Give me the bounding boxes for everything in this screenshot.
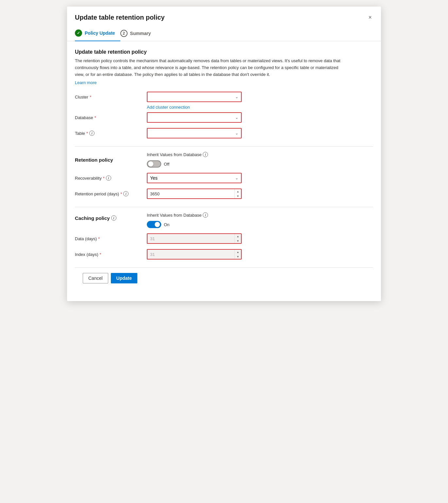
database-label: Database * — [75, 115, 147, 120]
retention-toggle-state: Off — [164, 162, 169, 167]
caching-toggle-thumb — [155, 222, 160, 227]
index-days-row: Index (days) * 31 ▲ ▼ — [75, 249, 373, 260]
index-days-spinners: ▲ ▼ — [234, 250, 241, 259]
retention-policy-controls: Inherit Values from Database i Off — [147, 152, 211, 168]
index-days-required: * — [100, 252, 101, 257]
table-chevron-icon: ⌄ — [235, 131, 238, 135]
cancel-button[interactable]: Cancel — [83, 273, 108, 283]
retention-period-info-icon: i — [123, 191, 129, 196]
data-days-row: Data (days) * 31 ▲ ▼ — [75, 233, 373, 244]
learn-more-link[interactable]: Learn more — [75, 80, 96, 85]
table-required: * — [86, 131, 88, 136]
data-days-spinners: ▲ ▼ — [234, 234, 241, 243]
recoverability-chevron-icon: ⌄ — [235, 176, 238, 180]
recoverability-dropdown[interactable]: Yes ⌄ — [147, 173, 242, 183]
wizard-steps: ✓ Policy Update 2 Summary — [67, 26, 381, 41]
caching-policy-section: Caching policy i Inherit Values from Dat… — [75, 212, 373, 228]
cluster-chevron-icon: ⌄ — [235, 95, 238, 99]
retention-inherit-label: Inherit Values from Database i — [147, 152, 208, 157]
data-days-input[interactable]: 31 ▲ ▼ — [147, 233, 242, 244]
step-2-circle: 2 — [120, 30, 128, 37]
cluster-row: Cluster * ⌄ — [75, 92, 373, 102]
cluster-dropdown[interactable]: ⌄ — [147, 92, 242, 102]
database-row: Database * ⌄ — [75, 112, 373, 123]
caching-inherit-row: Inherit Values from Database i — [147, 212, 211, 218]
cluster-label: Cluster * — [75, 95, 147, 99]
data-days-label: Data (days) * — [75, 236, 147, 241]
caching-policy-controls: Inherit Values from Database i On — [147, 212, 211, 228]
retention-period-up[interactable]: ▲ — [235, 189, 241, 194]
index-days-down[interactable]: ▼ — [235, 254, 241, 259]
step-1-check: ✓ — [77, 31, 80, 35]
index-days-up[interactable]: ▲ — [235, 250, 241, 254]
step-policy-update[interactable]: ✓ Policy Update — [75, 26, 120, 41]
data-days-required: * — [98, 236, 100, 241]
recoverability-value: Yes — [150, 175, 158, 181]
database-required: * — [95, 115, 96, 120]
form-section-title: Update table retention policy — [75, 49, 373, 55]
step-2-label: Summary — [130, 31, 151, 36]
retention-toggle-row: Off — [147, 160, 211, 168]
database-chevron-icon: ⌄ — [235, 115, 238, 120]
retention-policy-section: Retention policy Inherit Values from Dat… — [75, 152, 373, 168]
retention-period-field[interactable]: 3650 — [147, 191, 234, 196]
table-label: Table * i — [75, 131, 147, 136]
caching-policy-label: Caching policy i — [75, 215, 147, 225]
retention-inherit-row: Inherit Values from Database i — [147, 152, 211, 157]
retention-period-label: Retention period (days) * i — [75, 191, 147, 196]
close-button[interactable]: × — [367, 13, 373, 22]
recoverability-required: * — [103, 176, 105, 181]
table-row: Table * i ⌄ — [75, 128, 373, 138]
dialog-footer: Cancel Update — [75, 267, 373, 289]
caching-inherit-label: Inherit Values from Database i — [147, 212, 208, 218]
data-days-up[interactable]: ▲ — [235, 234, 241, 239]
caching-toggle-state: On — [164, 222, 169, 227]
caching-inherit-info-icon: i — [203, 212, 208, 218]
database-dropdown[interactable]: ⌄ — [147, 112, 242, 123]
step-1-circle: ✓ — [75, 29, 82, 37]
recoverability-label: Recoverability * i — [75, 175, 147, 181]
retention-period-required: * — [120, 191, 122, 196]
dialog: Update table retention policy × ✓ Policy… — [67, 7, 381, 301]
retention-toggle-thumb — [148, 161, 153, 167]
step-1-label: Policy Update — [85, 30, 115, 36]
step-summary[interactable]: 2 Summary — [120, 26, 156, 41]
data-days-down[interactable]: ▼ — [235, 239, 241, 243]
retention-period-input[interactable]: 3650 ▲ ▼ — [147, 189, 242, 199]
retention-inherit-info-icon: i — [203, 152, 208, 157]
caching-info-icon: i — [111, 215, 116, 221]
add-cluster-link[interactable]: Add cluster connection — [147, 105, 373, 110]
retention-inherit-toggle[interactable] — [147, 160, 161, 168]
dialog-title: Update table retention policy — [75, 14, 164, 21]
index-days-label: Index (days) * — [75, 252, 147, 257]
update-button[interactable]: Update — [111, 273, 137, 283]
retention-policy-label: Retention policy — [75, 157, 147, 163]
form-fields: Cluster * ⌄ Add cluster connection Datab… — [75, 92, 373, 138]
retention-period-down[interactable]: ▼ — [235, 194, 241, 198]
recoverability-info-icon: i — [106, 175, 111, 181]
caching-toggle-track[interactable] — [147, 221, 161, 228]
form-description: The retention policy controls the mechan… — [75, 58, 343, 78]
caching-divider — [75, 207, 373, 207]
retention-period-spinners: ▲ ▼ — [234, 189, 241, 198]
caching-toggle-row: On — [147, 221, 211, 228]
cluster-required: * — [90, 95, 91, 99]
recoverability-row: Recoverability * i Yes ⌄ — [75, 173, 373, 183]
table-dropdown[interactable]: ⌄ — [147, 128, 242, 138]
retention-divider — [75, 146, 373, 147]
table-info-icon: i — [89, 131, 95, 136]
caching-inherit-toggle[interactable] — [147, 221, 161, 228]
index-days-input[interactable]: 31 ▲ ▼ — [147, 249, 242, 260]
data-days-field[interactable]: 31 — [147, 236, 234, 241]
retention-toggle-track[interactable] — [147, 160, 161, 168]
dialog-header: Update table retention policy × — [67, 7, 381, 26]
dialog-content: Update table retention policy The retent… — [67, 41, 381, 289]
retention-period-row: Retention period (days) * i 3650 ▲ ▼ — [75, 189, 373, 199]
index-days-field[interactable]: 31 — [147, 252, 234, 257]
